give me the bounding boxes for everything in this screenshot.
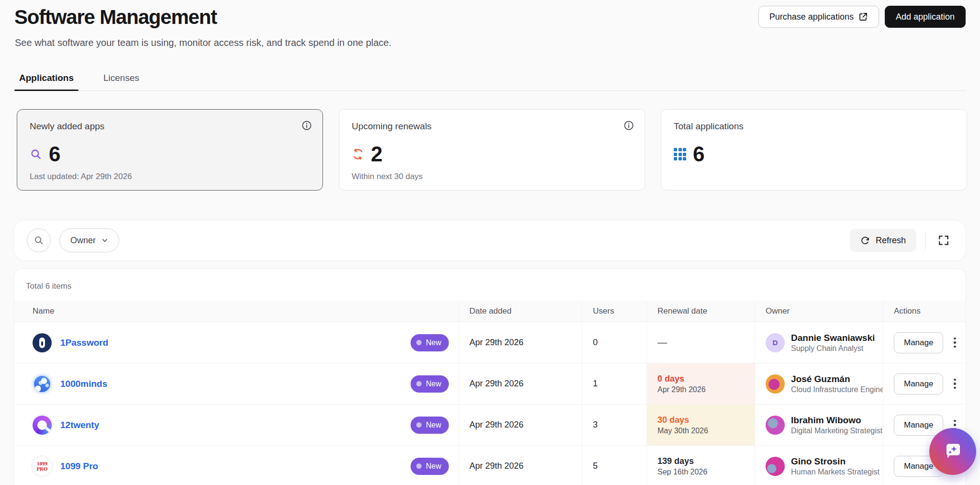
stat-card-value: 6 xyxy=(693,142,704,166)
renewal-cell: 0 days Apr 29th 2026 xyxy=(646,363,755,404)
row-menu-kebab-icon[interactable] xyxy=(951,375,959,393)
tab-applications[interactable]: Applications xyxy=(14,70,78,90)
new-badge: New xyxy=(411,458,449,475)
table-row: 1Password New Apr 29th 2026 0 — D Dannie… xyxy=(14,322,966,363)
avatar xyxy=(766,416,785,435)
owner-cell: José Guzmán Cloud Infrastructure Enginee… xyxy=(755,363,883,404)
avatar: D xyxy=(766,333,785,352)
new-badge: New xyxy=(411,417,449,434)
new-badge: New xyxy=(411,375,449,393)
table-row: 12twenty New Apr 29th 2026 3 30 days May… xyxy=(14,404,966,445)
stat-card-value: 2 xyxy=(371,142,382,166)
external-link-icon xyxy=(858,12,868,22)
1password-logo xyxy=(32,332,53,353)
manage-button[interactable]: Manage xyxy=(894,332,943,353)
page-subtitle: See what software your team is using, mo… xyxy=(15,37,391,48)
app-name-link[interactable]: 1000minds xyxy=(60,379,107,389)
stat-card-total-applications[interactable]: Total applications 6 xyxy=(661,109,967,191)
renewal-cell: 139 days Sep 16th 2026 xyxy=(646,446,755,485)
renewal-cell: 30 days May 30th 2026 xyxy=(646,405,755,445)
search-button[interactable] xyxy=(27,228,51,252)
avatar xyxy=(766,374,785,394)
owner-role: Cloud Infrastructure Engineer xyxy=(791,385,883,394)
column-header-actions: Actions xyxy=(883,301,966,322)
renewal-date: Sep 16th 2026 xyxy=(657,468,707,476)
add-application-label: Add application xyxy=(896,12,955,22)
toolbar-divider xyxy=(925,231,925,249)
users-cell: 5 xyxy=(582,446,646,485)
info-icon[interactable] xyxy=(301,120,312,131)
renewal-days: 0 days xyxy=(657,374,684,384)
users-cell: 1 xyxy=(582,363,646,404)
1000minds-logo xyxy=(32,373,53,395)
purchase-applications-button[interactable]: Purchase applications xyxy=(758,6,879,28)
table-row: 1099 PRO 1099 Pro New Apr 29th 2026 5 13… xyxy=(14,445,966,485)
stat-card-footnote: Within next 30 days xyxy=(352,172,423,181)
refresh-button[interactable]: Refresh xyxy=(850,229,916,252)
renewal-date: May 30th 2026 xyxy=(657,427,708,435)
app-name-link[interactable]: 1099 Pro xyxy=(60,461,98,472)
stat-cards: Newly added apps 6 Last updated: Apr 29t… xyxy=(17,109,970,191)
owner-role: Human Markets Strategist xyxy=(791,468,880,476)
app-name-link[interactable]: 1Password xyxy=(60,338,108,348)
date-added-cell: Apr 29th 2026 xyxy=(458,446,582,485)
date-added-cell: Apr 29th 2026 xyxy=(458,363,582,404)
refresh-icon xyxy=(860,236,870,245)
row-menu-kebab-icon[interactable] xyxy=(951,334,959,352)
owner-cell: D Dannie Swaniawski Supply Chain Analyst xyxy=(755,322,883,363)
software-management-page: Software Management See what software yo… xyxy=(0,0,980,485)
table-header-row: Name Date added Users Renewal date Owner… xyxy=(14,301,966,322)
purchase-applications-label: Purchase applications xyxy=(769,12,854,22)
owner-name: Gino Strosin xyxy=(791,456,880,467)
search-icon xyxy=(33,235,44,246)
renewal-cell: — xyxy=(646,322,755,363)
owner-name: Dannie Swaniawski xyxy=(791,333,875,343)
owner-filter-dropdown[interactable]: Owner xyxy=(59,228,119,252)
owner-cell: Gino Strosin Human Markets Strategist xyxy=(755,446,883,485)
avatar xyxy=(766,457,785,476)
12twenty-logo xyxy=(32,415,53,436)
manage-button[interactable]: Manage xyxy=(894,415,943,436)
info-icon[interactable] xyxy=(624,120,634,131)
header-actions: Purchase applications Add application xyxy=(758,6,966,28)
column-header-users: Users xyxy=(582,301,646,322)
renewal-days: 139 days xyxy=(657,456,694,466)
app-name-link[interactable]: 12twenty xyxy=(60,420,99,430)
chevron-down-icon xyxy=(101,237,108,244)
refresh-label: Refresh xyxy=(876,236,906,246)
owner-name: Ibrahim Wibowo xyxy=(791,415,882,426)
new-badge: New xyxy=(411,334,449,351)
table-row: 1000minds New Apr 29th 2026 1 0 days Apr… xyxy=(14,363,966,404)
fullscreen-button[interactable] xyxy=(934,231,953,250)
applications-table: Total 6 items Name Date added Users Rene… xyxy=(14,269,966,485)
1099pro-logo: 1099 PRO xyxy=(32,456,53,477)
users-cell: 3 xyxy=(582,405,646,445)
column-header-name: Name xyxy=(14,301,458,322)
stat-card-newly-added-apps[interactable]: Newly added apps 6 Last updated: Apr 29t… xyxy=(17,109,323,191)
tab-bar: Applications Licenses xyxy=(14,70,966,91)
ai-chat-fab[interactable] xyxy=(929,428,976,475)
stat-card-title: Newly added apps xyxy=(30,121,310,132)
fullscreen-icon xyxy=(937,234,950,247)
search-icon xyxy=(30,148,42,160)
owner-name: José Guzmán xyxy=(791,374,883,384)
owner-cell: Ibrahim Wibowo Digital Marketing Strateg… xyxy=(755,405,883,445)
column-header-date-added: Date added xyxy=(458,301,582,322)
date-added-cell: Apr 29th 2026 xyxy=(458,322,582,363)
table-summary: Total 6 items xyxy=(14,269,966,301)
stat-card-title: Upcoming renewals xyxy=(352,121,632,132)
add-application-button[interactable]: Add application xyxy=(885,6,966,28)
page-title: Software Management xyxy=(14,6,217,29)
date-added-cell: Apr 29th 2026 xyxy=(458,405,582,445)
renewal-cycle-icon xyxy=(352,148,364,160)
stat-card-footnote: Last updated: Apr 29th 2026 xyxy=(30,172,132,181)
renewal-days: 30 days xyxy=(657,415,689,425)
tab-licenses[interactable]: Licenses xyxy=(99,70,144,90)
stat-card-upcoming-renewals[interactable]: Upcoming renewals 2 Within next 30 days xyxy=(339,109,645,191)
table-toolbar: Owner Refresh xyxy=(14,220,966,260)
owner-role: Supply Chain Analyst xyxy=(791,344,875,353)
manage-button[interactable]: Manage xyxy=(894,373,943,395)
grid-icon xyxy=(674,148,686,160)
chat-sparkle-icon xyxy=(942,440,964,462)
column-header-renewal-date: Renewal date xyxy=(646,301,755,322)
